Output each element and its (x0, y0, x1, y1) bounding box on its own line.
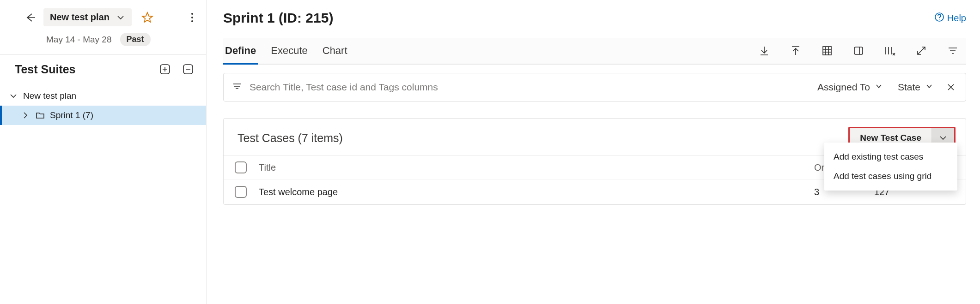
svg-point-2 (191, 20, 193, 22)
chevron-down-icon (8, 91, 18, 101)
svg-rect-7 (854, 47, 863, 54)
tree-root-item[interactable]: New test plan (0, 86, 206, 106)
tab-define[interactable]: Define (223, 38, 258, 64)
help-link[interactable]: Help (934, 12, 966, 24)
sidebar: New test plan May 14 - May 28 Past Test … (0, 0, 207, 304)
side-panel-icon[interactable] (852, 44, 865, 58)
search-bar: Assigned To State (223, 73, 966, 101)
chevron-down-icon (875, 82, 883, 93)
favorite-button[interactable] (139, 9, 156, 26)
upload-icon[interactable] (789, 44, 803, 58)
new-test-case-menu: Add existing test cases Add test cases u… (824, 143, 957, 191)
test-plan-selector[interactable]: New test plan (43, 8, 132, 26)
suite-tree: New test plan Sprint 1 (7) (0, 83, 206, 125)
suites-section-title: Test Suites (15, 63, 150, 76)
test-plan-name: New test plan (50, 12, 110, 23)
fullscreen-icon[interactable] (914, 44, 928, 58)
filter-icon[interactable] (946, 44, 960, 58)
chevron-down-icon (925, 82, 933, 93)
col-title[interactable]: Title (259, 162, 814, 173)
add-suite-button[interactable] (157, 61, 173, 77)
filter-state[interactable]: State (894, 82, 937, 93)
select-all-checkbox[interactable] (235, 161, 247, 173)
folder-icon (35, 110, 45, 120)
row-checkbox[interactable] (235, 186, 247, 198)
chevron-right-icon (20, 110, 30, 120)
tab-chart[interactable]: Chart (321, 38, 349, 64)
filter-assigned-to[interactable]: Assigned To (814, 82, 887, 93)
status-badge: Past (120, 33, 151, 46)
menu-add-existing[interactable]: Add existing test cases (824, 147, 957, 167)
page-title: Sprint 1 (ID: 215) (223, 10, 934, 26)
svg-point-0 (191, 13, 193, 15)
test-cases-panel: Test Cases (7 items) New Test Case Add e… (223, 118, 966, 205)
clear-filters-button[interactable] (944, 81, 957, 94)
chevron-down-icon (116, 13, 125, 22)
grid-view-icon[interactable] (820, 44, 834, 58)
row-title: Test welcome page (259, 187, 814, 197)
help-icon (934, 12, 944, 24)
help-label: Help (947, 13, 966, 24)
main-panel: Sprint 1 (ID: 215) Help Define Execute C… (207, 0, 980, 304)
tree-child-label: Sprint 1 (7) (50, 110, 93, 120)
filter-lines-icon (232, 81, 242, 94)
menu-add-using-grid[interactable]: Add test cases using grid (824, 167, 957, 186)
svg-rect-6 (823, 47, 831, 55)
search-input[interactable] (250, 82, 806, 93)
more-options-button[interactable] (184, 9, 201, 26)
plan-date-range: May 14 - May 28 (46, 35, 112, 45)
tabs-bar: Define Execute Chart (223, 38, 966, 65)
tab-execute[interactable]: Execute (269, 38, 310, 64)
tree-root-label: New test plan (23, 91, 76, 101)
collapse-suite-button[interactable] (180, 61, 196, 77)
svg-point-1 (191, 17, 193, 18)
tree-child-item[interactable]: Sprint 1 (7) (0, 106, 206, 125)
column-picker-icon[interactable] (883, 44, 897, 58)
download-icon[interactable] (757, 44, 771, 58)
back-button[interactable] (22, 9, 39, 26)
cases-title: Test Cases (7 items) (237, 131, 848, 145)
